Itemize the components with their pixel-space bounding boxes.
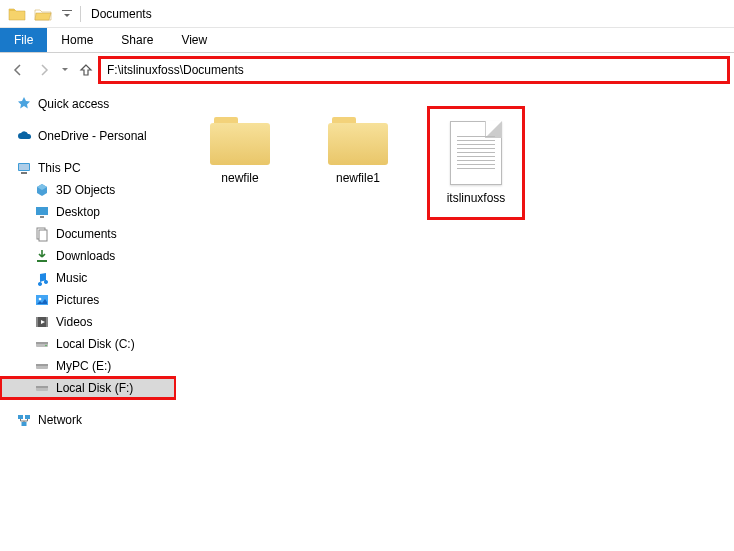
svg-point-10 (39, 298, 42, 301)
qat-dropdown-icon[interactable] (60, 7, 74, 21)
network-icon (16, 412, 32, 428)
drive-icon (34, 380, 50, 396)
star-icon (16, 96, 32, 112)
forward-button[interactable] (32, 58, 56, 82)
address-bar[interactable] (100, 58, 728, 82)
pictures-icon (34, 292, 50, 308)
ribbon-tabs: File Home Share View (0, 28, 734, 53)
recent-locations-button[interactable] (58, 58, 72, 82)
nav-label: Downloads (56, 249, 115, 263)
svg-rect-23 (22, 422, 27, 426)
nav-downloads[interactable]: Downloads (0, 245, 176, 267)
svg-rect-22 (25, 415, 30, 419)
nav-label: Network (38, 413, 82, 427)
nav-drive-f[interactable]: Local Disk (F:) (0, 377, 176, 399)
separator (80, 6, 81, 22)
nav-music[interactable]: Music (0, 267, 176, 289)
list-item[interactable]: newfile (196, 111, 284, 189)
nav-onedrive[interactable]: OneDrive - Personal (0, 125, 176, 147)
svg-rect-15 (36, 342, 48, 344)
videos-icon (34, 314, 50, 330)
nav-label: Music (56, 271, 87, 285)
item-label: itslinuxfoss (447, 191, 506, 205)
list-item[interactable]: newfile1 (314, 111, 402, 189)
computer-icon (16, 160, 32, 176)
svg-point-16 (45, 345, 47, 347)
title-bar: Documents (0, 0, 734, 28)
item-label: newfile (221, 171, 258, 185)
nav-label: Videos (56, 315, 92, 329)
drive-icon (34, 336, 50, 352)
svg-rect-21 (18, 415, 23, 419)
nav-quick-access[interactable]: Quick access (0, 93, 176, 115)
nav-label: Desktop (56, 205, 100, 219)
nav-this-pc[interactable]: This PC (0, 157, 176, 179)
svg-rect-4 (36, 207, 48, 215)
content-area[interactable]: newfile newfile1 itslinuxfoss (176, 87, 734, 551)
desktop-icon (34, 204, 50, 220)
nav-drive-c[interactable]: Local Disk (C:) (0, 333, 176, 355)
nav-videos[interactable]: Videos (0, 311, 176, 333)
nav-drive-e[interactable]: MyPC (E:) (0, 355, 176, 377)
svg-rect-7 (39, 230, 47, 241)
address-input[interactable] (107, 63, 721, 77)
nav-label: Local Disk (C:) (56, 337, 135, 351)
svg-rect-13 (46, 317, 48, 327)
download-icon (34, 248, 50, 264)
nav-label: OneDrive - Personal (38, 129, 147, 143)
svg-rect-12 (36, 317, 38, 327)
tab-file[interactable]: File (0, 28, 47, 52)
navigation-bar (0, 53, 734, 87)
body: Quick access OneDrive - Personal This PC… (0, 87, 734, 551)
nav-desktop[interactable]: Desktop (0, 201, 176, 223)
tab-share[interactable]: Share (107, 28, 167, 52)
textfile-icon (450, 121, 502, 185)
drive-icon (34, 358, 50, 374)
nav-label: 3D Objects (56, 183, 115, 197)
svg-rect-0 (62, 10, 72, 11)
cube-icon (34, 182, 50, 198)
back-button[interactable] (6, 58, 30, 82)
svg-rect-2 (19, 164, 29, 170)
nav-label: This PC (38, 161, 81, 175)
tab-view[interactable]: View (167, 28, 221, 52)
tab-home[interactable]: Home (47, 28, 107, 52)
svg-rect-5 (40, 216, 44, 218)
nav-documents[interactable]: Documents (0, 223, 176, 245)
documents-icon (34, 226, 50, 242)
nav-label: Local Disk (F:) (56, 381, 133, 395)
navigation-pane: Quick access OneDrive - Personal This PC… (0, 87, 176, 551)
svg-rect-20 (36, 386, 48, 388)
up-button[interactable] (74, 58, 98, 82)
nav-label: Pictures (56, 293, 99, 307)
nav-label: Documents (56, 227, 117, 241)
folder-open-icon (34, 5, 52, 23)
nav-label: MyPC (E:) (56, 359, 111, 373)
nav-label: Quick access (38, 97, 109, 111)
window-title: Documents (91, 7, 152, 21)
nav-3d-objects[interactable]: 3D Objects (0, 179, 176, 201)
items-view: newfile newfile1 itslinuxfoss (196, 101, 714, 215)
nav-network[interactable]: Network (0, 409, 176, 431)
folder-icon (210, 115, 270, 165)
folder-icon (328, 115, 388, 165)
svg-rect-8 (37, 260, 47, 262)
list-item[interactable]: itslinuxfoss (432, 111, 520, 215)
cloud-icon (16, 128, 32, 144)
item-label: newfile1 (336, 171, 380, 185)
svg-rect-3 (21, 172, 27, 174)
folder-icon (8, 5, 26, 23)
nav-pictures[interactable]: Pictures (0, 289, 176, 311)
svg-rect-18 (36, 364, 48, 366)
music-icon (34, 270, 50, 286)
